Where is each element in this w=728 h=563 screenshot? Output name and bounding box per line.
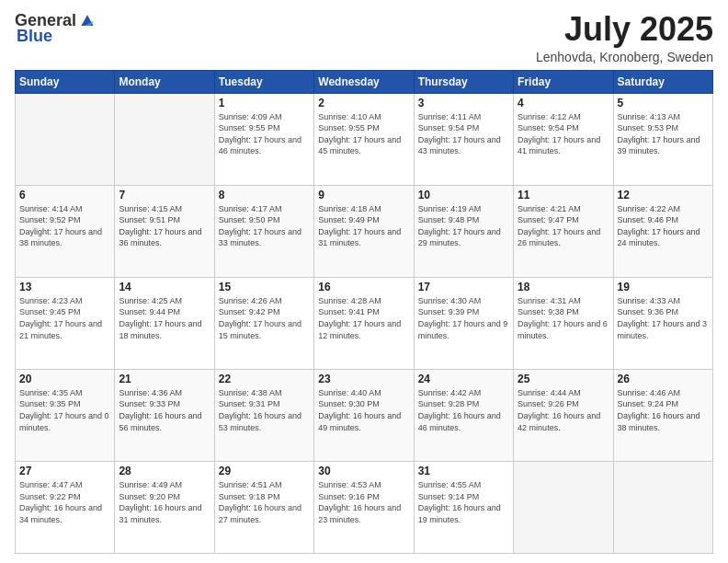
table-row: 31Sunrise: 4:55 AMSunset: 9:14 PMDayligh… — [414, 461, 513, 553]
table-row: 13Sunrise: 4:23 AMSunset: 9:45 PMDayligh… — [16, 277, 115, 369]
day-info: Sunrise: 4:47 AMSunset: 9:22 PMDaylight:… — [19, 479, 110, 525]
title-block: July 2025 Lenhovda, Kronoberg, Sweden — [536, 11, 713, 64]
day-number: 4 — [518, 97, 609, 109]
day-info: Sunrise: 4:42 AMSunset: 9:28 PMDaylight:… — [418, 387, 509, 433]
table-row: 14Sunrise: 4:25 AMSunset: 9:44 PMDayligh… — [115, 277, 214, 369]
table-row: 21Sunrise: 4:36 AMSunset: 9:33 PMDayligh… — [115, 369, 214, 461]
day-number: 8 — [219, 189, 310, 201]
day-number: 6 — [19, 189, 110, 201]
day-info: Sunrise: 4:38 AMSunset: 9:31 PMDaylight:… — [219, 387, 310, 433]
day-number: 18 — [518, 281, 609, 293]
day-number: 23 — [318, 373, 409, 385]
table-row: 7Sunrise: 4:15 AMSunset: 9:51 PMDaylight… — [115, 185, 214, 277]
day-info: Sunrise: 4:09 AMSunset: 9:55 PMDaylight:… — [219, 111, 310, 157]
day-info: Sunrise: 4:51 AMSunset: 9:18 PMDaylight:… — [219, 479, 310, 525]
table-row: 30Sunrise: 4:53 AMSunset: 9:16 PMDayligh… — [314, 461, 414, 553]
table-row: 24Sunrise: 4:42 AMSunset: 9:28 PMDayligh… — [414, 369, 513, 461]
col-sunday: Sunday — [16, 70, 115, 93]
logo: General Blue — [15, 11, 97, 46]
day-info: Sunrise: 4:19 AMSunset: 9:48 PMDaylight:… — [418, 203, 509, 249]
day-number: 29 — [219, 465, 310, 477]
day-number: 13 — [19, 281, 110, 293]
logo-icon — [78, 12, 97, 30]
table-row: 22Sunrise: 4:38 AMSunset: 9:31 PMDayligh… — [214, 369, 313, 461]
logo-blue-text: Blue — [17, 27, 52, 45]
day-info: Sunrise: 4:23 AMSunset: 9:45 PMDaylight:… — [19, 295, 110, 341]
day-number: 27 — [19, 465, 110, 477]
table-row: 4Sunrise: 4:12 AMSunset: 9:54 PMDaylight… — [514, 93, 613, 185]
day-info: Sunrise: 4:14 AMSunset: 9:52 PMDaylight:… — [19, 203, 110, 249]
calendar-week-row: 6Sunrise: 4:14 AMSunset: 9:52 PMDaylight… — [16, 185, 713, 277]
table-row: 28Sunrise: 4:49 AMSunset: 9:20 PMDayligh… — [115, 461, 214, 553]
table-row: 5Sunrise: 4:13 AMSunset: 9:53 PMDaylight… — [613, 93, 712, 185]
table-row: 27Sunrise: 4:47 AMSunset: 9:22 PMDayligh… — [16, 461, 115, 553]
day-number: 2 — [318, 97, 409, 109]
day-info: Sunrise: 4:22 AMSunset: 9:46 PMDaylight:… — [618, 203, 709, 249]
day-info: Sunrise: 4:28 AMSunset: 9:41 PMDaylight:… — [318, 295, 409, 341]
day-info: Sunrise: 4:11 AMSunset: 9:54 PMDaylight:… — [418, 111, 509, 157]
table-row: 9Sunrise: 4:18 AMSunset: 9:49 PMDaylight… — [314, 185, 414, 277]
day-info: Sunrise: 4:46 AMSunset: 9:24 PMDaylight:… — [618, 387, 709, 433]
day-number: 30 — [318, 465, 409, 477]
day-number: 1 — [219, 97, 310, 109]
day-info: Sunrise: 4:44 AMSunset: 9:26 PMDaylight:… — [518, 387, 609, 433]
day-info: Sunrise: 4:36 AMSunset: 9:33 PMDaylight:… — [119, 387, 210, 433]
table-row — [16, 93, 115, 185]
table-row: 10Sunrise: 4:19 AMSunset: 9:48 PMDayligh… — [414, 185, 513, 277]
day-info: Sunrise: 4:25 AMSunset: 9:44 PMDaylight:… — [119, 295, 210, 341]
header-row: Sunday Monday Tuesday Wednesday Thursday… — [16, 70, 713, 93]
table-row — [613, 461, 712, 553]
calendar-week-row: 27Sunrise: 4:47 AMSunset: 9:22 PMDayligh… — [16, 461, 713, 553]
day-info: Sunrise: 4:12 AMSunset: 9:54 PMDaylight:… — [518, 111, 609, 157]
table-row: 1Sunrise: 4:09 AMSunset: 9:55 PMDaylight… — [214, 93, 313, 185]
table-row: 29Sunrise: 4:51 AMSunset: 9:18 PMDayligh… — [214, 461, 313, 553]
day-number: 31 — [418, 465, 509, 477]
day-number: 20 — [19, 373, 110, 385]
day-number: 26 — [618, 373, 709, 385]
day-number: 11 — [518, 189, 609, 201]
day-info: Sunrise: 4:26 AMSunset: 9:42 PMDaylight:… — [219, 295, 310, 341]
table-row: 26Sunrise: 4:46 AMSunset: 9:24 PMDayligh… — [613, 369, 712, 461]
day-number: 3 — [418, 97, 509, 109]
day-number: 28 — [119, 465, 210, 477]
col-saturday: Saturday — [613, 70, 712, 93]
col-tuesday: Tuesday — [214, 70, 313, 93]
table-row: 2Sunrise: 4:10 AMSunset: 9:55 PMDaylight… — [314, 93, 414, 185]
table-row: 16Sunrise: 4:28 AMSunset: 9:41 PMDayligh… — [314, 277, 414, 369]
table-row — [514, 461, 613, 553]
day-number: 25 — [518, 373, 609, 385]
day-number: 5 — [618, 97, 709, 109]
table-row: 25Sunrise: 4:44 AMSunset: 9:26 PMDayligh… — [514, 369, 613, 461]
day-number: 7 — [119, 189, 210, 201]
day-number: 19 — [618, 281, 709, 293]
header: General Blue July 2025 Lenhovda, Kronobe… — [15, 11, 713, 64]
day-info: Sunrise: 4:10 AMSunset: 9:55 PMDaylight:… — [318, 111, 409, 157]
calendar-week-row: 13Sunrise: 4:23 AMSunset: 9:45 PMDayligh… — [16, 277, 713, 369]
day-info: Sunrise: 4:55 AMSunset: 9:14 PMDaylight:… — [418, 479, 509, 525]
calendar-week-row: 1Sunrise: 4:09 AMSunset: 9:55 PMDaylight… — [16, 93, 713, 185]
table-row: 6Sunrise: 4:14 AMSunset: 9:52 PMDaylight… — [16, 185, 115, 277]
table-row: 3Sunrise: 4:11 AMSunset: 9:54 PMDaylight… — [414, 93, 513, 185]
day-number: 10 — [418, 189, 509, 201]
table-row: 20Sunrise: 4:35 AMSunset: 9:35 PMDayligh… — [16, 369, 115, 461]
day-number: 24 — [418, 373, 509, 385]
table-row: 15Sunrise: 4:26 AMSunset: 9:42 PMDayligh… — [214, 277, 313, 369]
day-info: Sunrise: 4:30 AMSunset: 9:39 PMDaylight:… — [418, 295, 509, 341]
day-info: Sunrise: 4:18 AMSunset: 9:49 PMDaylight:… — [318, 203, 409, 249]
day-number: 15 — [219, 281, 310, 293]
calendar-week-row: 20Sunrise: 4:35 AMSunset: 9:35 PMDayligh… — [16, 369, 713, 461]
day-number: 9 — [318, 189, 409, 201]
day-number: 17 — [418, 281, 509, 293]
day-info: Sunrise: 4:35 AMSunset: 9:35 PMDaylight:… — [19, 387, 110, 433]
day-number: 14 — [119, 281, 210, 293]
day-number: 22 — [219, 373, 310, 385]
day-number: 21 — [119, 373, 210, 385]
table-row — [115, 93, 214, 185]
page: General Blue July 2025 Lenhovda, Kronobe… — [0, 0, 728, 563]
svg-marker-0 — [81, 15, 93, 26]
col-wednesday: Wednesday — [314, 70, 414, 93]
calendar-table: Sunday Monday Tuesday Wednesday Thursday… — [15, 70, 713, 554]
table-row: 19Sunrise: 4:33 AMSunset: 9:36 PMDayligh… — [613, 277, 712, 369]
day-info: Sunrise: 4:33 AMSunset: 9:36 PMDaylight:… — [618, 295, 709, 341]
day-info: Sunrise: 4:15 AMSunset: 9:51 PMDaylight:… — [119, 203, 210, 249]
